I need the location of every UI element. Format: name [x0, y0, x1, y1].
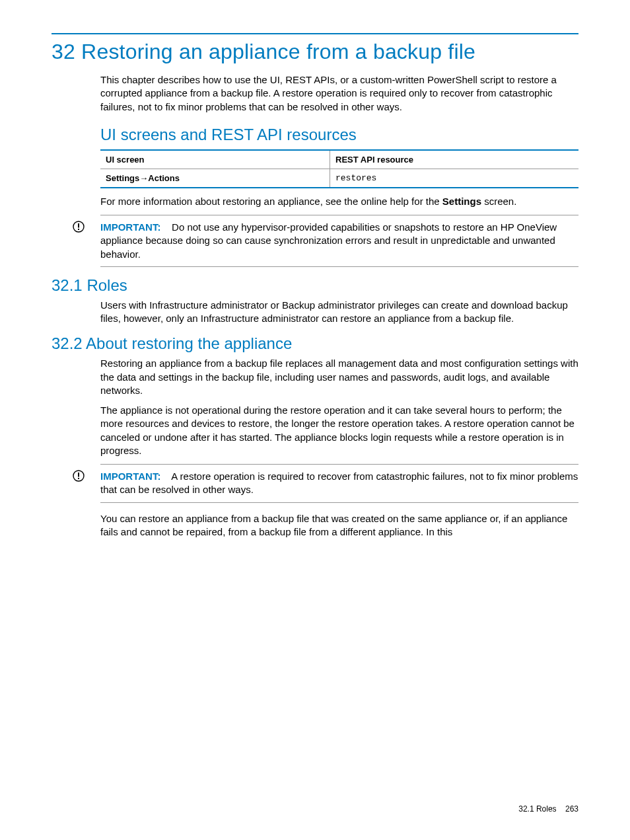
table-header-row: UI screen REST API resource	[100, 150, 578, 169]
more-info: For more information about restoring an …	[100, 195, 578, 208]
arrow-icon: →	[139, 173, 148, 183]
ui-rest-table: UI screen REST API resource Settings→Act…	[100, 149, 578, 188]
col-ui-screen: UI screen	[100, 150, 330, 169]
table-row: Settings→Actions restores	[100, 169, 578, 188]
important-callout-2: IMPORTANT: A restore operation is requir…	[100, 464, 578, 503]
svg-rect-2	[78, 229, 79, 230]
svg-rect-1	[78, 223, 79, 228]
chapter-intro: This chapter describes how to use the UI…	[100, 73, 578, 114]
important-text-1: Do not use any hypervisor-provided capab…	[100, 221, 557, 260]
settings-label: Settings	[106, 173, 139, 183]
more-info-pre: For more information about restoring an …	[100, 196, 442, 207]
about-p1: Restoring an appliance from a backup fil…	[100, 357, 578, 397]
actions-label: Actions	[148, 173, 180, 183]
roles-text: Users with Infrastructure administrator …	[100, 299, 578, 326]
roles-heading: 32.1 Roles	[52, 276, 578, 295]
important-icon	[73, 470, 85, 482]
more-info-post: screen.	[481, 196, 516, 207]
important-icon	[73, 221, 85, 233]
important-text-2: A restore operation is required to recov…	[100, 471, 578, 495]
footer-section: 32.1 Roles	[518, 804, 556, 814]
important-label-1: IMPORTANT:	[100, 221, 160, 233]
cell-ui-screen: Settings→Actions	[100, 169, 330, 188]
page-footer: 32.1 Roles 263	[518, 804, 578, 814]
about-p2: The appliance is not operational during …	[100, 404, 578, 457]
footer-page-number: 263	[565, 804, 578, 814]
chapter-title: 32 Restoring an appliance from a backup …	[52, 40, 578, 64]
ui-rest-heading: UI screens and REST API resources	[100, 126, 578, 144]
svg-rect-4	[78, 473, 79, 477]
col-rest-api: REST API resource	[330, 150, 578, 169]
top-rule	[52, 33, 578, 34]
after-p: You can restore an appliance from a back…	[100, 512, 578, 539]
important-callout-1: IMPORTANT: Do not use any hypervisor-pro…	[100, 215, 578, 267]
svg-rect-5	[78, 478, 79, 479]
cell-rest-api: restores	[330, 169, 578, 188]
more-info-bold: Settings	[442, 196, 481, 207]
important-label-2: IMPORTANT:	[100, 471, 160, 482]
about-heading: 32.2 About restoring the appliance	[52, 334, 578, 353]
